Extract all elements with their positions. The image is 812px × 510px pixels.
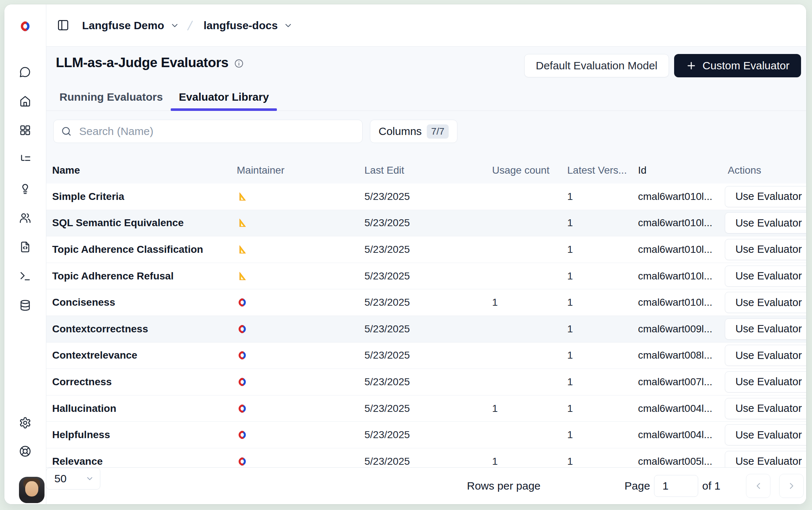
table-row[interactable]: Topic Adherence Refusal5/23/20251cmal6wa… — [46, 263, 806, 290]
table-row[interactable]: Contextrelevance5/23/20251cmal6wart008l.… — [46, 343, 806, 369]
use-evaluator-button[interactable]: Use Evaluator — [725, 292, 806, 313]
breadcrumb-organization[interactable]: Langfuse Demo — [82, 4, 179, 46]
ragas-icon — [237, 263, 248, 289]
evaluator-name: Contextcorrectness — [52, 316, 148, 342]
user-avatar[interactable] — [19, 477, 45, 503]
usage-count: 1 — [492, 448, 498, 468]
app-screen: Langfuse Demo langfuse-docs — [0, 0, 812, 510]
evaluator-name: Relevance — [52, 448, 103, 468]
tab-running-evaluators[interactable]: Running Evaluators — [51, 84, 171, 111]
default-evaluation-model-label: Default Evaluation Model — [536, 59, 658, 72]
column-header-id[interactable]: Id — [638, 157, 646, 183]
use-evaluator-button[interactable]: Use Evaluator — [725, 318, 806, 340]
evaluator-name: Hallucination — [52, 395, 116, 422]
default-evaluation-model-button[interactable]: Default Evaluation Model — [524, 54, 669, 77]
use-evaluator-button[interactable]: Use Evaluator — [725, 345, 806, 366]
sidebar-item-prompts prompts-icon[interactable] — [19, 182, 31, 195]
actions-cell: Use Evaluator — [725, 183, 806, 210]
langfuse-icon — [237, 369, 248, 395]
langfuse-icon — [237, 395, 248, 422]
column-header-maintainer[interactable]: Maintainer — [237, 157, 285, 183]
chevron-down-icon — [170, 21, 179, 30]
table-row[interactable]: Hallucination5/23/202511cmal6wart004l...… — [46, 395, 806, 422]
next-page-button[interactable] — [779, 474, 804, 498]
evaluator-id: cmal6wart008l... — [638, 343, 712, 369]
use-evaluator-button[interactable]: Use Evaluator — [725, 398, 806, 419]
sidebar-item-evaluation evaluation-icon[interactable] — [19, 241, 31, 253]
langfuse-icon — [237, 422, 248, 448]
langfuse-icon — [237, 289, 248, 316]
use-evaluator-button[interactable]: Use Evaluator — [725, 451, 806, 468]
table-row[interactable]: Conciseness5/23/202511cmal6wart010l...Us… — [46, 289, 806, 316]
last-edit-date: 5/23/2025 — [364, 263, 410, 289]
search-icon — [61, 126, 72, 137]
use-evaluator-button[interactable]: Use Evaluator — [725, 212, 806, 233]
evaluator-name: Simple Criteria — [52, 183, 124, 210]
sidebar-item-tracing tracing-icon[interactable] — [19, 153, 31, 166]
chevron-down-icon — [283, 21, 293, 30]
table-row[interactable]: Relevance5/23/202511cmal6wart005l...Use … — [46, 448, 806, 468]
sidebar-item-ask-ai ask-ai-icon[interactable] — [19, 66, 31, 78]
table-row[interactable]: Simple Criteria5/23/20251cmal6wart010l..… — [46, 183, 806, 210]
ragas-icon — [237, 210, 248, 236]
evaluator-name: Correctness — [52, 369, 112, 395]
avatar-shirt — [21, 497, 42, 503]
last-edit-date: 5/23/2025 — [364, 343, 410, 369]
column-header-usage-count[interactable]: Usage count — [492, 157, 549, 183]
previous-page-button[interactable] — [746, 474, 770, 498]
tab-evaluator-library-label: Evaluator Library — [179, 91, 269, 103]
rows-per-page-select[interactable]: 50 — [46, 468, 100, 490]
column-header-latest-version[interactable]: Latest Vers... — [567, 157, 627, 183]
evaluator-name: Conciseness — [52, 289, 115, 316]
evaluator-id: cmal6wart009l... — [638, 316, 712, 342]
actions-cell: Use Evaluator — [725, 395, 806, 422]
column-header-last-edit[interactable]: Last Edit — [364, 157, 404, 183]
breadcrumb-project[interactable]: langfuse-docs — [204, 4, 293, 46]
search-box — [53, 120, 363, 143]
use-evaluator-button[interactable]: Use Evaluator — [725, 266, 806, 287]
use-evaluator-button[interactable]: Use Evaluator — [725, 424, 806, 445]
evaluator-name: Topic Adherence Refusal — [52, 263, 174, 289]
table-row[interactable]: Helpfulness5/23/20251cmal6wart004l...Use… — [46, 422, 806, 448]
column-header-name[interactable]: Name — [52, 157, 80, 183]
actions-cell: Use Evaluator — [725, 236, 806, 263]
sidebar-toggle-icon[interactable] — [57, 19, 69, 31]
actions-cell: Use Evaluator — [725, 343, 806, 369]
sidebar-item-users users-icon[interactable] — [19, 212, 31, 224]
last-edit-date: 5/23/2025 — [364, 236, 410, 263]
evaluator-id: cmal6wart010l... — [638, 183, 712, 210]
actions-cell: Use Evaluator — [725, 369, 806, 395]
tab-list: Running Evaluators Evaluator Library — [46, 84, 806, 111]
table-row[interactable]: Correctness5/23/20251cmal6wart007l...Use… — [46, 369, 806, 395]
evaluator-id: cmal6wart010l... — [638, 236, 712, 263]
table-body: Simple Criteria5/23/20251cmal6wart010l..… — [46, 183, 806, 468]
evaluator-id: cmal6wart005l... — [638, 448, 712, 468]
last-edit-date: 5/23/2025 — [364, 316, 410, 342]
langfuse-logo-icon[interactable] — [19, 20, 32, 33]
page-number-input[interactable] — [654, 475, 698, 497]
sidebar-item-dashboards dashboards-icon[interactable] — [19, 124, 31, 136]
sidebar-item-support support-icon[interactable] — [19, 445, 31, 457]
table-row[interactable]: Contextcorrectness5/23/20251cmal6wart009… — [46, 316, 806, 343]
sidebar-item-playground playground-icon[interactable] — [19, 270, 31, 282]
page-title-block: LLM-as-a-Judge Evaluators — [56, 55, 244, 70]
use-evaluator-button[interactable]: Use Evaluator — [725, 186, 806, 207]
columns-count-badge: 7/7 — [427, 124, 449, 139]
table-row[interactable]: Topic Adherence Classification5/23/20251… — [46, 236, 806, 263]
custom-evaluator-button[interactable]: Custom Evaluator — [674, 54, 801, 77]
usage-count: 1 — [492, 289, 498, 316]
info-icon[interactable] — [234, 59, 244, 68]
use-evaluator-button[interactable]: Use Evaluator — [725, 371, 806, 393]
last-edit-date: 5/23/2025 — [364, 183, 410, 210]
sidebar-item-datasets datasets-icon[interactable] — [19, 299, 31, 312]
sidebar — [4, 4, 46, 504]
columns-label: Columns — [379, 125, 422, 138]
columns-button[interactable]: Columns 7/7 — [370, 120, 457, 143]
main-content: LLM-as-a-Judge Evaluators Default Evalua… — [46, 46, 806, 504]
use-evaluator-button[interactable]: Use Evaluator — [725, 239, 806, 260]
table-row[interactable]: SQL Semantic Equivalence5/23/20251cmal6w… — [46, 210, 806, 237]
search-input[interactable] — [78, 125, 335, 138]
tab-evaluator-library[interactable]: Evaluator Library — [171, 84, 277, 111]
sidebar-item-home home-icon[interactable] — [19, 95, 31, 107]
sidebar-item-settings settings-icon[interactable] — [19, 417, 31, 429]
